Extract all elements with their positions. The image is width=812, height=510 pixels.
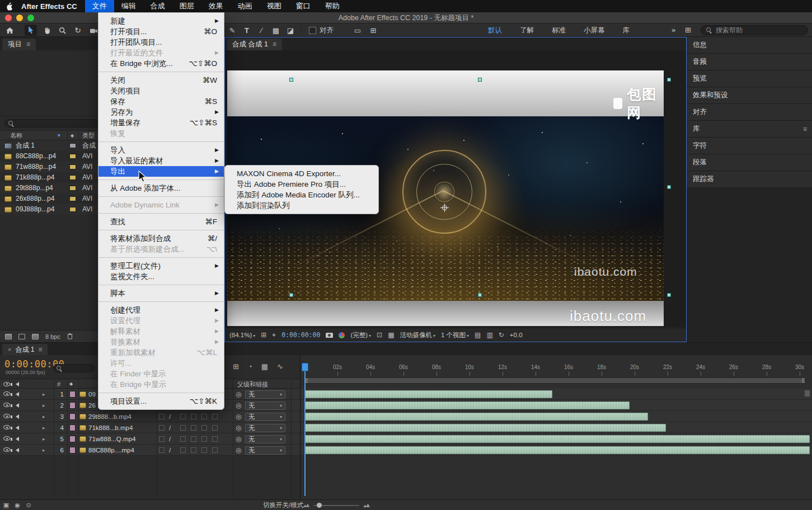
file-menu-item[interactable]: 导出▶ (98, 166, 224, 177)
snap-toggle[interactable]: 对齐 (309, 26, 334, 35)
parent-link-dropdown[interactable]: 无▾ (245, 413, 285, 421)
workspace-overflow-chevron[interactable]: » (667, 23, 680, 37)
layer-switch[interactable] (201, 425, 207, 431)
export-submenu-item[interactable]: 导出 Adobe Premiere Pro 项目... (225, 179, 378, 190)
parent-pickwhip-icon[interactable]: ◎ (236, 422, 241, 433)
layer-visibility-icon[interactable] (3, 425, 10, 429)
resolution-dropdown[interactable]: (完整)▾ (350, 331, 371, 339)
shy-switch[interactable] (159, 436, 165, 442)
preview-timecode[interactable]: 0:00:00:00 (281, 331, 320, 339)
layer-duration-bar[interactable] (304, 413, 648, 421)
grid-guides-icon[interactable]: ⊞ (261, 331, 266, 339)
transfer-controls-icon[interactable]: ◉ (13, 501, 21, 509)
layer-lane[interactable] (301, 400, 812, 411)
interpret-footage-icon[interactable] (5, 334, 12, 339)
work-area-bar[interactable] (304, 377, 805, 384)
menubar-item[interactable]: 文件 (85, 0, 114, 12)
selection-handle[interactable] (478, 78, 482, 82)
layer-switch[interactable] (180, 436, 186, 442)
timeline-layer-row[interactable]: ▸471k888...b.mp4/◎无▾ (0, 422, 300, 433)
layer-expander-icon[interactable]: ▸ (43, 411, 45, 422)
transparency-grid-icon[interactable]: ▦ (388, 331, 394, 339)
file-menu-item[interactable]: 脚本▶ (98, 288, 224, 299)
view-layout-dropdown[interactable]: 1 个视图▾ (441, 331, 469, 339)
project-search-input[interactable] (4, 119, 100, 128)
file-menu-item[interactable]: 查找⌘F (98, 216, 224, 227)
playhead-handle[interactable] (302, 363, 308, 371)
layer-switch[interactable] (180, 447, 186, 453)
rotation-tool-icon[interactable]: ↻ (72, 25, 84, 36)
mask-visibility-icon[interactable]: ⌖ (272, 331, 276, 339)
shy-switch[interactable] (159, 425, 165, 431)
tab-project[interactable]: 项目 ≡ (2, 39, 36, 50)
expand-layers-icon[interactable]: ▣ (2, 501, 10, 509)
tab-composition[interactable]: 合成 合成 1 ≡ (227, 39, 282, 50)
parent-pickwhip-icon[interactable]: ◎ (236, 400, 241, 411)
menubar-item[interactable]: 合成 (143, 0, 172, 12)
apple-logo-icon[interactable] (0, 2, 19, 11)
menubar-item[interactable]: 图层 (172, 0, 201, 12)
layer-switch[interactable] (191, 447, 196, 453)
file-menu-item[interactable]: 整理工程(文件)▶ (98, 261, 224, 271)
layer-switch[interactable] (201, 447, 207, 453)
layer-expander-icon[interactable]: ▸ (43, 445, 45, 456)
label-color-swatch[interactable] (69, 175, 76, 180)
layer-expander-icon[interactable]: ▸ (43, 433, 45, 445)
layer-expander-icon[interactable]: ▸ (43, 400, 45, 411)
panel-menu-icon[interactable]: ≡ (38, 344, 42, 355)
workspace-tab[interactable]: 默认 (479, 26, 511, 35)
workspace-tab[interactable]: 标准 (543, 26, 575, 35)
brush-tool-icon[interactable]: ∕ (255, 25, 267, 36)
menubar-item[interactable]: 窗口 (289, 0, 318, 12)
home-icon[interactable] (3, 25, 16, 36)
parent-pickwhip-icon[interactable]: ◎ (236, 445, 241, 456)
menubar-item[interactable]: 帮助 (318, 0, 347, 12)
menubar-item[interactable]: 动画 (231, 0, 260, 12)
workspace-tab[interactable]: 小屏幕 (575, 26, 614, 35)
parent-link-dropdown[interactable]: 无▾ (245, 390, 285, 399)
layer-lane[interactable] (301, 389, 812, 400)
layer-label-chip[interactable] (69, 436, 76, 442)
parent-link-dropdown[interactable]: 无▾ (245, 446, 285, 455)
shy-switch[interactable] (159, 447, 165, 453)
new-composition-icon[interactable] (32, 334, 39, 339)
workspace-tab[interactable]: 了解 (511, 26, 543, 35)
layer-lane[interactable] (301, 433, 812, 445)
selection-handle[interactable] (667, 78, 671, 82)
layer-label-chip[interactable] (69, 447, 76, 454)
quality-switch-icon[interactable]: / (169, 433, 171, 445)
menubar-item[interactable]: 编辑 (114, 0, 143, 12)
layer-visibility-icon[interactable] (3, 391, 10, 396)
text-tool-icon[interactable]: T (241, 25, 253, 36)
tab-timeline-comp[interactable]: × 合成 1 ≡ (2, 344, 48, 355)
layer-visibility-icon[interactable] (3, 436, 10, 441)
dock-panel-header[interactable]: 跟踪器 (687, 171, 812, 188)
timeline-layer-row[interactable]: ▸688C888p....mp4/◎无▾ (0, 445, 300, 456)
hand-tool-icon[interactable] (40, 25, 53, 36)
file-menu-item[interactable]: 导入▶ (98, 145, 224, 155)
file-menu-item[interactable]: 保存⌘S (98, 96, 224, 107)
playhead-line[interactable] (304, 371, 306, 496)
draft-3d-icon[interactable]: ◔ (248, 362, 252, 371)
keys-icon[interactable]: ⊙ (25, 501, 32, 509)
layer-duration-bar[interactable] (304, 424, 666, 432)
label-color-swatch[interactable] (69, 143, 76, 148)
selection-handle[interactable] (289, 78, 293, 82)
eraser-tool-icon[interactable]: ◪ (284, 25, 297, 36)
layer-switch[interactable] (212, 425, 218, 431)
file-menu-item[interactable]: 打开团队项目... (98, 37, 224, 48)
workspace-switcher-icon[interactable]: ⊞ (685, 26, 691, 34)
timeline-search-input[interactable] (53, 364, 95, 372)
layer-lane[interactable] (301, 411, 812, 422)
layer-anchor-point[interactable] (440, 204, 449, 212)
quality-switch-icon[interactable]: / (169, 422, 171, 433)
dock-panel-header[interactable]: 效果和预设 (687, 87, 812, 104)
layer-visibility-icon[interactable] (3, 414, 10, 418)
layer-switch[interactable] (201, 436, 207, 442)
label-color-swatch[interactable] (69, 164, 76, 169)
layer-audio-icon[interactable] (16, 414, 19, 419)
file-menu-item[interactable]: 关闭⌘W (98, 75, 224, 86)
label-color-swatch[interactable] (69, 154, 76, 159)
region-of-interest-icon[interactable]: ⊡ (377, 331, 382, 339)
shy-switch[interactable] (159, 414, 165, 419)
